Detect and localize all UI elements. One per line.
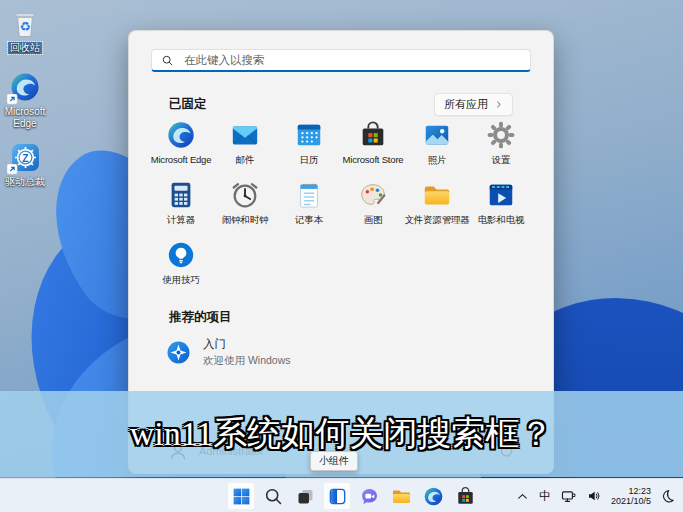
pinned-app-tips[interactable]: 使用技巧 [149, 237, 213, 297]
recommended-item-subtitle: 欢迎使用 Windows [203, 354, 291, 368]
pinned-app-settings[interactable]: 设置 [469, 117, 533, 177]
desktop-icon-recycle-bin[interactable]: 回收站 [0, 6, 53, 54]
pinned-section-title: 已固定 [169, 96, 207, 113]
pinned-app-label: 邮件 [236, 154, 255, 165]
chevron-right-icon [494, 100, 503, 109]
notepad-icon [294, 180, 324, 210]
store-icon [455, 486, 476, 507]
file-explorer-icon [391, 486, 412, 507]
pinned-app-photos[interactable]: 照片 [405, 117, 469, 177]
recommended-section-title: 推荐的项目 [169, 309, 232, 326]
calendar-icon [294, 120, 324, 150]
file-explorer-icon [422, 180, 452, 210]
movies-tv-icon [486, 180, 516, 210]
paint-icon [358, 180, 388, 210]
widgets-icon [327, 486, 348, 507]
recycle-bin-icon [8, 6, 42, 40]
taskbar: 中 12:23 2021/10/5 [0, 478, 683, 512]
pinned-app-microsoft-edge[interactable]: Microsoft Edge [149, 117, 213, 177]
store-button[interactable] [451, 482, 479, 510]
chevron-up-icon [515, 489, 530, 504]
desktop-icon-label: Microsoft Edge [0, 106, 53, 130]
pinned-app-calculator[interactable]: 计算器 [149, 177, 213, 237]
pinned-app-label: 日历 [300, 154, 319, 165]
settings-gear-icon [486, 120, 516, 150]
shortcut-arrow-icon [7, 94, 18, 105]
widgets-tooltip: 小组件 [310, 451, 358, 471]
shortcut-arrow-icon [7, 164, 18, 175]
clock-date: 2021/10/5 [611, 496, 651, 507]
pinned-app-paint[interactable]: 画图 [341, 177, 405, 237]
all-apps-label: 所有应用 [444, 97, 488, 112]
start-search-box[interactable] [151, 49, 531, 72]
start-button[interactable] [227, 482, 255, 510]
taskbar-clock[interactable]: 12:23 2021/10/5 [611, 486, 651, 507]
pinned-app-label: 设置 [492, 154, 511, 165]
file-explorer-button[interactable] [387, 482, 415, 510]
desktop-icon-driver-app[interactable]: 驱动总裁 [0, 140, 53, 188]
tips-icon [166, 240, 196, 270]
clock-time: 12:23 [628, 486, 651, 497]
windows-start-icon [231, 486, 252, 507]
widgets-button[interactable] [323, 482, 351, 510]
pinned-app-movies-tv[interactable]: 电影和电视 [469, 177, 533, 237]
task-view-button[interactable] [291, 482, 319, 510]
chat-icon [359, 486, 380, 507]
edge-icon [8, 70, 42, 104]
store-icon [358, 120, 388, 150]
recommended-item-title: 入门 [203, 337, 226, 352]
pinned-app-label: 闹钟和时钟 [222, 214, 269, 225]
focus-assist-button[interactable] [660, 488, 676, 504]
pinned-app-label: 照片 [428, 154, 447, 165]
pinned-app-label: 画图 [364, 214, 383, 225]
taskbar-search-button[interactable] [259, 482, 287, 510]
pinned-app-label: 使用技巧 [162, 274, 199, 285]
pinned-apps-grid: Microsoft Edge 邮件 日历 Microsoft Store 照片 … [149, 117, 533, 297]
system-tray: 中 12:23 2021/10/5 [515, 479, 676, 512]
network-tray-button[interactable] [560, 488, 577, 505]
volume-tray-button[interactable] [586, 488, 602, 504]
alarm-clock-icon [230, 180, 260, 210]
recommended-item-get-started[interactable]: 入门 欢迎使用 Windows [157, 331, 367, 373]
get-started-icon [165, 339, 192, 366]
tray-overflow-button[interactable] [515, 489, 530, 504]
pinned-app-label: 电影和电视 [478, 214, 525, 225]
pinned-app-calendar[interactable]: 日历 [277, 117, 341, 177]
ime-indicator[interactable]: 中 [539, 488, 551, 505]
pinned-app-label: 记事本 [295, 214, 323, 225]
edge-button[interactable] [419, 482, 447, 510]
speaker-icon [586, 488, 602, 504]
driver-app-icon [8, 140, 42, 174]
desktop-icon-label: 回收站 [8, 42, 42, 54]
photos-icon [422, 120, 452, 150]
pinned-app-alarms-clock[interactable]: 闹钟和时钟 [213, 177, 277, 237]
moon-icon [660, 488, 676, 504]
calculator-icon [166, 180, 196, 210]
mail-icon [230, 120, 260, 150]
pinned-app-label: Microsoft Store [343, 154, 404, 165]
edge-icon [166, 120, 196, 150]
pinned-app-label: 文件资源管理器 [404, 214, 469, 225]
pinned-app-microsoft-store[interactable]: Microsoft Store [341, 117, 405, 177]
desktop-icon-label: 驱动总裁 [3, 176, 47, 188]
edge-icon [423, 486, 444, 507]
pinned-app-file-explorer[interactable]: 文件资源管理器 [405, 177, 469, 237]
task-view-icon [295, 486, 316, 507]
all-apps-button[interactable]: 所有应用 [434, 93, 513, 116]
taskbar-center-group [227, 479, 479, 512]
search-icon [263, 486, 284, 507]
search-icon [161, 54, 174, 67]
search-input[interactable] [182, 53, 521, 67]
pinned-app-label: 计算器 [167, 214, 195, 225]
chat-button[interactable] [355, 482, 383, 510]
pinned-app-label: Microsoft Edge [151, 154, 212, 165]
pinned-app-mail[interactable]: 邮件 [213, 117, 277, 177]
desktop-icon-microsoft-edge[interactable]: Microsoft Edge [0, 70, 53, 130]
ethernet-network-icon [560, 488, 577, 505]
pinned-app-notepad[interactable]: 记事本 [277, 177, 341, 237]
